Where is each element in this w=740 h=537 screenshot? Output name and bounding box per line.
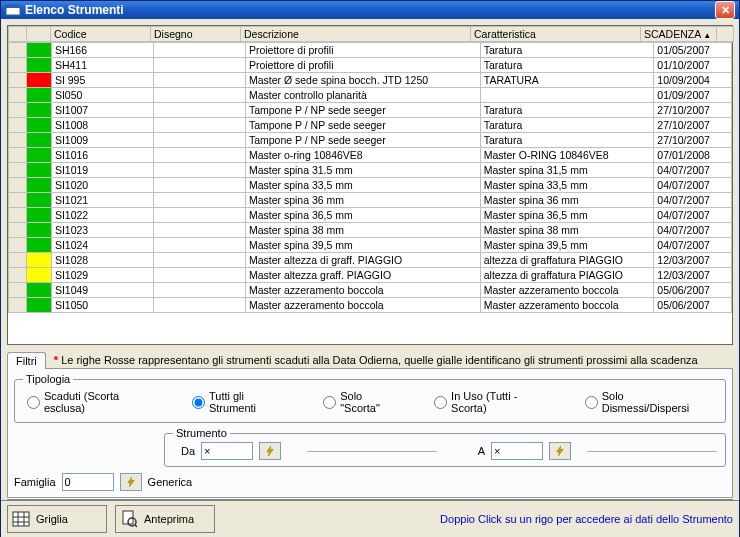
griglia-button[interactable]: Griglia [7, 505, 107, 533]
cell-disegno [153, 88, 245, 103]
da-lookup-button[interactable] [259, 442, 281, 460]
cell-disegno [153, 238, 245, 253]
cell-scadenza: 05/06/2007 [654, 283, 732, 298]
cell-descrizione: Master spina 33,5 mm [245, 178, 480, 193]
col-disegno[interactable]: Disegno [151, 27, 241, 42]
table-row[interactable]: SI1016Master o-ring 10846VE8Master O-RIN… [9, 148, 732, 163]
row-marker [9, 178, 27, 193]
window: Elenco Strumenti ✕ Codice Disegno Descri… [0, 0, 740, 537]
cell-descrizione: Master spina 31.5 mm [245, 163, 480, 178]
status-cell [27, 148, 52, 163]
hint-text: Doppio Click su un rigo per accedere ai … [440, 513, 733, 525]
data-grid[interactable]: Codice Disegno Descrizione Caratteristic… [7, 25, 733, 345]
cell-descrizione: Master altezza graff. PIAGGIO [245, 268, 480, 283]
a-input[interactable] [491, 442, 543, 460]
griglia-label: Griglia [36, 513, 68, 525]
da-input[interactable] [201, 442, 253, 460]
table-row[interactable]: SI1021Master spina 36 mmMaster spina 36 … [9, 193, 732, 208]
strumento-legend: Strumento [173, 427, 230, 439]
table-row[interactable]: SI1029Master altezza graff. PIAGGIOaltez… [9, 268, 732, 283]
cell-disegno [153, 253, 245, 268]
cell-descrizione: Master controllo planarità [245, 88, 480, 103]
cell-scadenza: 05/06/2007 [654, 298, 732, 313]
bolt-icon [126, 477, 136, 487]
col-scadenza[interactable]: SCADENZA▲ [641, 27, 717, 42]
status-cell [27, 88, 52, 103]
grid-header: Codice Disegno Descrizione Caratteristic… [8, 26, 734, 42]
table-row[interactable]: SI1007Tampone P / NP sede seegerTaratura… [9, 103, 732, 118]
table-row[interactable]: SI1009Tampone P / NP sede seegerTaratura… [9, 133, 732, 148]
cell-codice: SI1023 [51, 223, 153, 238]
cell-disegno [153, 133, 245, 148]
row-marker [9, 283, 27, 298]
table-row[interactable]: SH166Proiettore di profiliTaratura01/05/… [9, 43, 732, 58]
cell-codice: SI1029 [51, 268, 153, 283]
anteprima-button[interactable]: Anteprima [115, 505, 215, 533]
cell-codice: SI1007 [51, 103, 153, 118]
table-row[interactable]: SI1028Master altezza di graff. PIAGGIOal… [9, 253, 732, 268]
col-codice[interactable]: Codice [51, 27, 151, 42]
tab-row: Filtri * Le righe Rosse rappresentano gl… [7, 351, 733, 369]
table-row[interactable]: SI1020Master spina 33,5 mmMaster spina 3… [9, 178, 732, 193]
bottom-bar: Griglia Anteprima Doppio Click su un rig… [1, 500, 739, 537]
tab-filtri[interactable]: Filtri [7, 352, 46, 369]
row-marker [9, 208, 27, 223]
close-button[interactable]: ✕ [715, 1, 735, 19]
cell-scadenza: 27/10/2007 [654, 103, 732, 118]
row-marker [9, 163, 27, 178]
table-row[interactable]: SI1008Tampone P / NP sede seegerTaratura… [9, 118, 732, 133]
table-row[interactable]: SI 995Master Ø sede spina bocch. JTD 125… [9, 73, 732, 88]
table-row[interactable]: SI1023Master spina 38 mmMaster spina 38 … [9, 223, 732, 238]
table-row[interactable]: SI1049Master azzeramento boccolaMaster a… [9, 283, 732, 298]
status-cell [27, 43, 52, 58]
grid-body-scroll[interactable]: SH166Proiettore di profiliTaratura01/05/… [8, 42, 732, 345]
row-marker [9, 118, 27, 133]
cell-codice: SI050 [51, 88, 153, 103]
cell-caratteristica: Master spina 38 mm [480, 223, 654, 238]
svg-line-9 [135, 525, 137, 527]
famiglia-lookup-button[interactable] [120, 473, 142, 491]
a-lookup-button[interactable] [549, 442, 571, 460]
famiglia-input[interactable] [62, 473, 114, 491]
table-row[interactable]: SH411Proiettore di profiliTaratura01/10/… [9, 58, 732, 73]
row-marker [9, 103, 27, 118]
row-marker [9, 193, 27, 208]
table-row[interactable]: SI1022Master spina 36,5 mmMaster spina 3… [9, 208, 732, 223]
cell-scadenza: 12/03/2007 [654, 268, 732, 283]
col-status[interactable] [27, 27, 51, 42]
col-marker[interactable] [9, 27, 27, 42]
col-descrizione[interactable]: Descrizione [241, 27, 471, 42]
table-row[interactable]: SI1050Master azzeramento boccolaMaster a… [9, 298, 732, 313]
radio-scorta[interactable]: Solo "Scorta" [323, 390, 404, 414]
radio-tutti[interactable]: Tutti gli Strumenti [192, 390, 293, 414]
cell-codice: SH166 [51, 43, 153, 58]
tipologia-legend: Tipologia [23, 373, 73, 385]
cell-caratteristica: altezza di graffatura PIAGGIO [480, 268, 654, 283]
radio-inuso[interactable]: In Uso (Tutti - Scorta) [434, 390, 555, 414]
cell-disegno [153, 73, 245, 88]
col-caratteristica[interactable]: Caratteristica [471, 27, 641, 42]
cell-descrizione: Tampone P / NP sede seeger [245, 133, 480, 148]
cell-codice: SI 995 [51, 73, 153, 88]
radio-scaduti[interactable]: Scaduti (Scorta esclusa) [27, 390, 162, 414]
table-row[interactable]: SI1024Master spina 39,5 mmMaster spina 3… [9, 238, 732, 253]
cell-scadenza: 01/09/2007 [654, 88, 732, 103]
cell-caratteristica: Master spina 31,5 mm [480, 163, 654, 178]
cell-caratteristica: Master O-RING 10846VE8 [480, 148, 654, 163]
cell-codice: SH411 [51, 58, 153, 73]
cell-codice: SI1050 [51, 298, 153, 313]
cell-disegno [153, 43, 245, 58]
status-cell [27, 133, 52, 148]
row-marker [9, 88, 27, 103]
table-row[interactable]: SI050Master controllo planarità01/09/200… [9, 88, 732, 103]
cell-disegno [153, 193, 245, 208]
status-cell [27, 118, 52, 133]
a-label: A [463, 445, 485, 457]
cell-codice: SI1009 [51, 133, 153, 148]
row-marker [9, 268, 27, 283]
cell-caratteristica: Taratura [480, 43, 654, 58]
table-row[interactable]: SI1019Master spina 31.5 mmMaster spina 3… [9, 163, 732, 178]
cell-codice: SI1024 [51, 238, 153, 253]
radio-dismessi[interactable]: Solo Dismessi/Dispersi [585, 390, 713, 414]
cell-caratteristica: Master spina 33,5 mm [480, 178, 654, 193]
